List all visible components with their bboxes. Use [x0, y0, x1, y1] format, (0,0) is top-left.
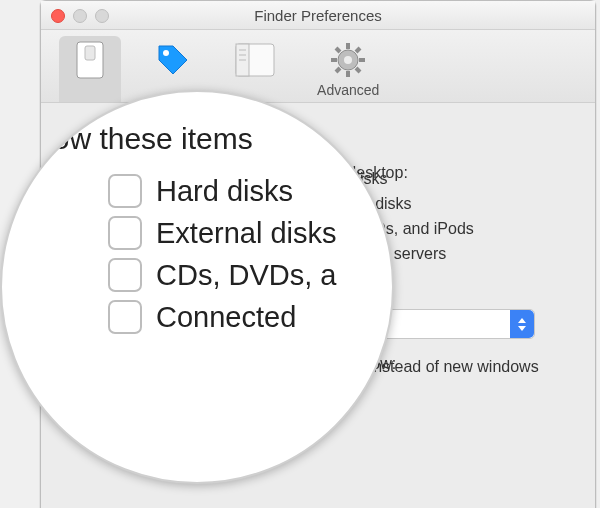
magnified-label-external-disks: External disks	[156, 217, 337, 250]
minimize-icon[interactable]	[73, 9, 87, 23]
magnified-label-connected: Connected	[156, 301, 296, 334]
svg-line-16	[356, 48, 360, 52]
magnified-checkbox-external-disks[interactable]	[108, 216, 142, 250]
gear-icon	[328, 40, 368, 80]
svg-line-17	[336, 68, 340, 72]
close-icon[interactable]	[51, 9, 65, 23]
svg-line-14	[336, 48, 340, 52]
zoom-icon[interactable]	[95, 9, 109, 23]
svg-point-2	[163, 50, 169, 56]
stepper-arrows-icon	[510, 310, 534, 338]
magnified-label-optical: CDs, DVDs, a	[156, 259, 336, 292]
tab-general[interactable]: General	[59, 36, 121, 102]
svg-rect-1	[85, 46, 95, 60]
magnifier-lens: Show these items Hard disks External dis…	[0, 90, 394, 484]
traffic-lights	[51, 9, 109, 23]
preferences-toolbar: General Tags Sidebar Advanced	[41, 30, 595, 103]
tab-advanced[interactable]: Advanced	[311, 36, 385, 102]
tag-icon	[153, 40, 193, 80]
svg-point-9	[344, 56, 352, 64]
magnified-checkbox-hard-disks[interactable]	[108, 174, 142, 208]
magnified-checkbox-optical[interactable]	[108, 258, 142, 292]
magnified-checkbox-connected[interactable]	[108, 300, 142, 334]
sidebar-icon	[235, 40, 275, 80]
titlebar: Finder Preferences	[41, 1, 595, 30]
magnified-label-hard-disks: Hard disks	[156, 175, 293, 208]
svg-line-15	[356, 68, 360, 72]
tab-sidebar[interactable]: Sidebar	[225, 36, 285, 102]
switch-icon	[70, 40, 110, 80]
window-title: Finder Preferences	[254, 7, 382, 24]
tab-advanced-label: Advanced	[317, 82, 379, 98]
